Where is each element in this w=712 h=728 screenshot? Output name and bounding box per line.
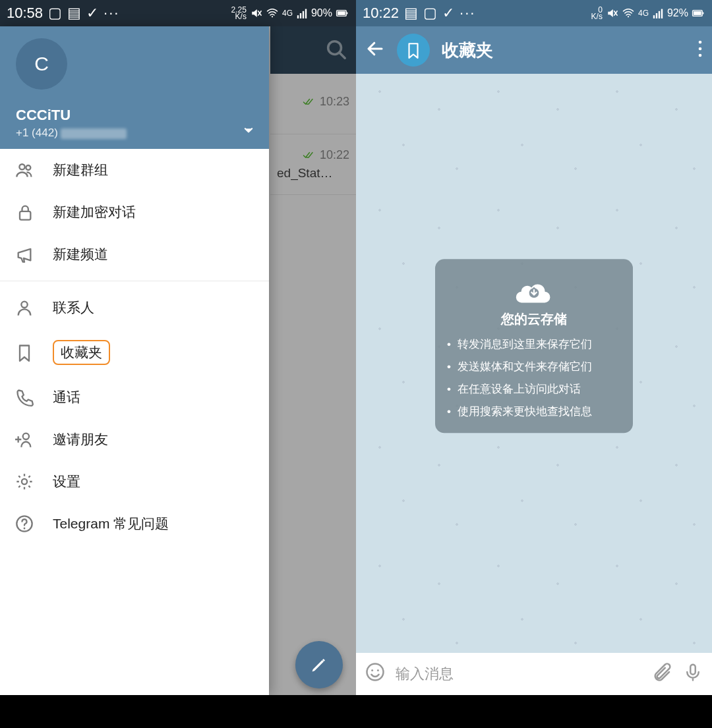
drawer-separator — [0, 281, 269, 281]
status-network-speed: 0K/s — [591, 7, 603, 20]
status-app-icon: ▢ — [48, 5, 62, 22]
drawer-item-faq[interactable]: Telegram 常见问题 — [0, 503, 269, 545]
drawer-item-saved[interactable]: 收藏夹 — [0, 329, 269, 376]
card-point: 发送媒体和文件来存储它们 — [447, 360, 621, 375]
help-icon — [15, 514, 34, 534]
person-icon — [15, 298, 34, 318]
status-net-label: 4G — [282, 9, 293, 18]
group-icon — [15, 160, 34, 180]
status-network-speed: 2.25K/s — [231, 7, 247, 20]
more-menu-button[interactable] — [697, 39, 703, 61]
status-image-icon: ▤ — [67, 5, 81, 22]
chat-appbar: 收藏夹 — [356, 26, 712, 74]
card-point: 转发消息到这里来保存它们 — [447, 337, 621, 352]
card-point: 在任意设备上访问此对话 — [447, 383, 621, 397]
cloud-storage-card: 您的云存储 转发消息到这里来保存它们发送媒体和文件来存储它们在任意设备上访问此对… — [435, 259, 633, 432]
status-net-label: 4G — [638, 9, 649, 18]
cloud-download-icon — [447, 272, 621, 304]
drawer-item-settings[interactable]: 设置 — [0, 461, 269, 503]
drawer-item-label: Telegram 常见问题 — [53, 515, 169, 533]
compose-fab[interactable] — [295, 641, 343, 688]
status-time: 10:22 — [363, 5, 399, 22]
status-image-icon: ▤ — [404, 5, 418, 22]
drawer-header[interactable]: C CCCiTU +1 (442) — [0, 26, 269, 149]
drawer-item-new_secret[interactable]: 新建加密对话 — [0, 191, 269, 233]
mute-icon — [251, 7, 262, 19]
chat-title: 收藏夹 — [442, 39, 686, 62]
status-time: 10:58 — [7, 5, 43, 22]
bookmark-icon — [15, 343, 34, 362]
drawer-item-label: 设置 — [53, 472, 80, 491]
status-bar-left: 10:58 ▢ ▤ ✓ ··· 2.25K/s 4G 90% — [0, 0, 356, 26]
status-app-icon: ▢ — [423, 5, 437, 22]
lock-icon — [15, 202, 34, 222]
drawer-item-contacts[interactable]: 联系人 — [0, 287, 269, 329]
navigation-drawer: C CCCiTU +1 (442) 新建群组新建加密对话新建频道联系人收藏夹通话… — [0, 26, 269, 695]
wifi-icon — [266, 7, 278, 19]
status-more-icon: ··· — [104, 5, 119, 22]
battery-indicator: 92% — [667, 7, 705, 19]
saved-messages-avatar[interactable] — [397, 34, 430, 67]
card-title: 您的云存储 — [447, 310, 621, 328]
mic-button[interactable] — [683, 662, 703, 686]
megaphone-icon — [15, 244, 34, 264]
status-more-icon: ··· — [460, 5, 475, 22]
profile-avatar[interactable]: C — [16, 38, 67, 90]
invite-icon — [15, 430, 34, 449]
profile-name: CCCiTU — [16, 107, 253, 124]
mute-icon — [607, 7, 618, 19]
drawer-item-label: 收藏夹 — [53, 340, 110, 365]
drawer-item-label: 新建频道 — [53, 245, 108, 264]
drawer-item-label: 邀请朋友 — [53, 430, 108, 449]
status-check-icon: ✓ — [442, 5, 454, 22]
phone-left-drawer-open: 10:58 ▢ ▤ ✓ ··· 2.25K/s 4G 90% 10:23 — [0, 0, 356, 728]
back-button[interactable] — [365, 39, 385, 61]
card-point: 使用搜索来更快地查找信息 — [447, 405, 621, 420]
account-switch-caret-icon[interactable] — [243, 124, 254, 136]
status-check-icon: ✓ — [86, 5, 98, 22]
drawer-item-label: 新建加密对话 — [53, 203, 136, 221]
profile-phone: +1 (442) — [16, 126, 253, 140]
drawer-item-invite[interactable]: 邀请朋友 — [0, 418, 269, 461]
attach-button[interactable] — [653, 662, 672, 686]
android-navbar — [356, 695, 712, 728]
android-navbar — [0, 695, 356, 728]
status-bar-right: 10:22 ▤ ▢ ✓ ··· 0K/s 4G 92% — [356, 0, 712, 26]
gear-icon — [15, 472, 34, 491]
battery-indicator: 90% — [311, 7, 349, 19]
phone-icon — [15, 387, 34, 407]
signal-icon — [297, 8, 307, 18]
drawer-item-label: 联系人 — [53, 298, 94, 317]
message-input-bar: 输入消息 — [356, 653, 712, 695]
drawer-item-new_channel[interactable]: 新建频道 — [0, 233, 269, 275]
phone-right-saved-messages: 10:22 ▤ ▢ ✓ ··· 0K/s 4G 92% 收藏夹 — [356, 0, 712, 728]
redacted-phone — [61, 128, 127, 139]
drawer-item-new_group[interactable]: 新建群组 — [0, 149, 269, 191]
drawer-item-label: 通话 — [53, 388, 80, 406]
drawer-item-calls[interactable]: 通话 — [0, 376, 269, 418]
signal-icon — [653, 8, 663, 18]
message-input[interactable]: 输入消息 — [396, 664, 642, 684]
drawer-item-label: 新建群组 — [53, 161, 108, 179]
emoji-button[interactable] — [365, 662, 385, 686]
chat-background: 您的云存储 转发消息到这里来保存它们发送媒体和文件来存储它们在任意设备上访问此对… — [356, 74, 712, 653]
wifi-icon — [622, 7, 634, 19]
